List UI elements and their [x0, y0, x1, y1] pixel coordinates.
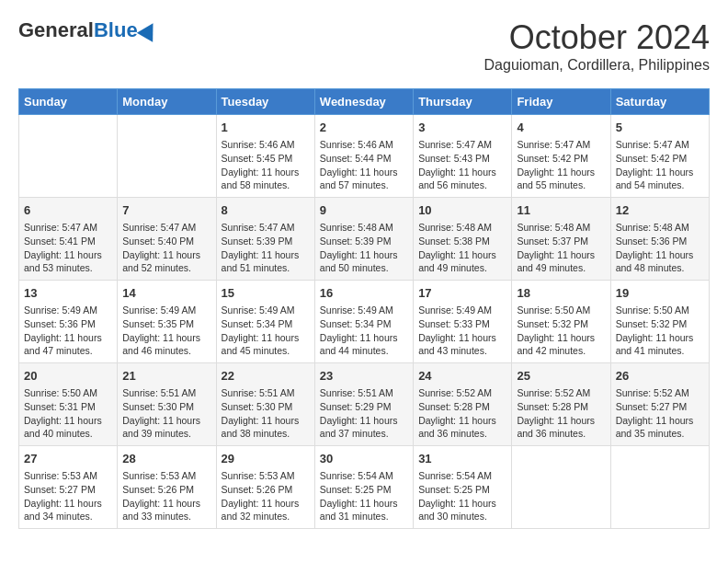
calendar-week-4: 20Sunrise: 5:50 AMSunset: 5:31 PMDayligh… [19, 363, 710, 446]
calendar-cell: 27Sunrise: 5:53 AMSunset: 5:27 PMDayligh… [19, 446, 118, 529]
sunrise-text: Sunrise: 5:51 AM [122, 386, 210, 400]
sunset-text: Sunset: 5:26 PM [122, 483, 210, 497]
sunrise-text: Sunrise: 5:53 AM [222, 469, 310, 483]
weekday-header-saturday: Saturday [610, 89, 709, 115]
sunset-text: Sunset: 5:38 PM [418, 235, 506, 248]
day-number: 15 [222, 285, 310, 302]
sunrise-text: Sunrise: 5:51 AM [320, 386, 408, 400]
calendar-cell: 22Sunrise: 5:51 AMSunset: 5:30 PMDayligh… [216, 363, 314, 446]
sunset-text: Sunset: 5:29 PM [320, 400, 408, 414]
sunset-text: Sunset: 5:44 PM [320, 152, 408, 166]
weekday-header-thursday: Thursday [414, 89, 512, 115]
sunrise-text: Sunrise: 5:54 AM [320, 469, 408, 483]
daylight-text: Daylight: 11 hours and 31 minutes. [320, 497, 408, 523]
sunset-text: Sunset: 5:27 PM [24, 483, 112, 497]
daylight-text: Daylight: 11 hours and 34 minutes. [24, 497, 112, 523]
daylight-text: Daylight: 11 hours and 49 minutes. [517, 248, 605, 275]
sunset-text: Sunset: 5:39 PM [222, 235, 310, 248]
daylight-text: Daylight: 11 hours and 35 minutes. [616, 414, 704, 441]
sunset-text: Sunset: 5:43 PM [418, 152, 506, 166]
day-number: 27 [24, 451, 112, 467]
calendar-cell: 12Sunrise: 5:48 AMSunset: 5:36 PMDayligh… [610, 198, 709, 281]
weekday-header-row: SundayMondayTuesdayWednesdayThursdayFrid… [19, 89, 710, 115]
calendar-cell: 16Sunrise: 5:49 AMSunset: 5:34 PMDayligh… [314, 281, 413, 363]
day-number: 10 [418, 202, 506, 219]
daylight-text: Daylight: 11 hours and 38 minutes. [222, 414, 310, 441]
sunrise-text: Sunrise: 5:48 AM [517, 221, 605, 235]
sunset-text: Sunset: 5:25 PM [320, 483, 408, 497]
day-number: 12 [616, 202, 704, 219]
sunset-text: Sunset: 5:34 PM [222, 317, 310, 331]
sunrise-text: Sunrise: 5:48 AM [418, 221, 506, 235]
day-number: 28 [122, 451, 210, 467]
daylight-text: Daylight: 11 hours and 52 minutes. [122, 248, 210, 275]
calendar-cell: 26Sunrise: 5:52 AMSunset: 5:27 PMDayligh… [610, 363, 709, 446]
sunrise-text: Sunrise: 5:52 AM [616, 386, 704, 400]
location-text: Daguioman, Cordillera, Philippines [484, 57, 710, 74]
weekday-header-friday: Friday [512, 89, 610, 115]
weekday-header-monday: Monday [118, 89, 216, 115]
daylight-text: Daylight: 11 hours and 54 minutes. [616, 166, 704, 192]
calendar-cell: 2Sunrise: 5:46 AMSunset: 5:44 PMDaylight… [314, 115, 413, 198]
sunset-text: Sunset: 5:36 PM [24, 317, 112, 331]
calendar-cell: 11Sunrise: 5:48 AMSunset: 5:37 PMDayligh… [512, 198, 610, 281]
daylight-text: Daylight: 11 hours and 56 minutes. [418, 166, 506, 192]
daylight-text: Daylight: 11 hours and 36 minutes. [517, 414, 605, 441]
weekday-header-tuesday: Tuesday [216, 89, 314, 115]
day-number: 6 [24, 202, 112, 219]
sunset-text: Sunset: 5:32 PM [616, 317, 704, 331]
daylight-text: Daylight: 11 hours and 53 minutes. [24, 248, 112, 275]
sunrise-text: Sunrise: 5:49 AM [222, 304, 310, 317]
calendar-cell [610, 446, 709, 529]
sunrise-text: Sunrise: 5:52 AM [517, 386, 605, 400]
daylight-text: Daylight: 11 hours and 39 minutes. [122, 414, 210, 441]
calendar-cell: 5Sunrise: 5:47 AMSunset: 5:42 PMDaylight… [610, 115, 709, 198]
calendar-cell: 30Sunrise: 5:54 AMSunset: 5:25 PMDayligh… [314, 446, 413, 529]
sunrise-text: Sunrise: 5:49 AM [320, 304, 408, 317]
daylight-text: Daylight: 11 hours and 49 minutes. [418, 248, 506, 275]
calendar-cell: 4Sunrise: 5:47 AMSunset: 5:42 PMDaylight… [512, 115, 610, 198]
daylight-text: Daylight: 11 hours and 48 minutes. [616, 248, 704, 275]
day-number: 13 [24, 285, 112, 302]
day-number: 16 [320, 285, 408, 302]
calendar-cell: 14Sunrise: 5:49 AMSunset: 5:35 PMDayligh… [118, 281, 216, 363]
title-area: October 2024 Daguioman, Cordillera, Phil… [484, 18, 710, 74]
daylight-text: Daylight: 11 hours and 44 minutes. [320, 331, 408, 358]
daylight-text: Daylight: 11 hours and 32 minutes. [222, 497, 310, 523]
calendar-cell: 19Sunrise: 5:50 AMSunset: 5:32 PMDayligh… [610, 281, 709, 363]
calendar-week-1: 1Sunrise: 5:46 AMSunset: 5:45 PMDaylight… [19, 115, 710, 198]
daylight-text: Daylight: 11 hours and 37 minutes. [320, 414, 408, 441]
calendar-cell: 13Sunrise: 5:49 AMSunset: 5:36 PMDayligh… [19, 281, 118, 363]
day-number: 7 [122, 202, 210, 219]
day-number: 21 [122, 368, 210, 385]
daylight-text: Daylight: 11 hours and 33 minutes. [122, 497, 210, 523]
sunset-text: Sunset: 5:30 PM [122, 400, 210, 414]
calendar-table: SundayMondayTuesdayWednesdayThursdayFrid… [18, 88, 710, 529]
daylight-text: Daylight: 11 hours and 47 minutes. [24, 331, 112, 358]
calendar-cell: 10Sunrise: 5:48 AMSunset: 5:38 PMDayligh… [414, 198, 512, 281]
sunrise-text: Sunrise: 5:49 AM [122, 304, 210, 317]
calendar-cell [512, 446, 610, 529]
daylight-text: Daylight: 11 hours and 58 minutes. [222, 166, 310, 192]
calendar-cell: 6Sunrise: 5:47 AMSunset: 5:41 PMDaylight… [19, 198, 118, 281]
sunset-text: Sunset: 5:28 PM [517, 400, 605, 414]
sunset-text: Sunset: 5:28 PM [418, 400, 506, 414]
sunrise-text: Sunrise: 5:50 AM [517, 304, 605, 317]
day-number: 24 [418, 368, 506, 385]
sunset-text: Sunset: 5:34 PM [320, 317, 408, 331]
day-number: 17 [418, 285, 506, 302]
sunset-text: Sunset: 5:32 PM [517, 317, 605, 331]
sunrise-text: Sunrise: 5:49 AM [418, 304, 506, 317]
sunrise-text: Sunrise: 5:46 AM [320, 138, 408, 152]
sunrise-text: Sunrise: 5:47 AM [122, 221, 210, 235]
sunrise-text: Sunrise: 5:47 AM [616, 138, 704, 152]
day-number: 19 [616, 285, 704, 302]
logo-blue-text: Blue [94, 18, 138, 42]
sunrise-text: Sunrise: 5:53 AM [24, 469, 112, 483]
calendar-cell: 8Sunrise: 5:47 AMSunset: 5:39 PMDaylight… [216, 198, 314, 281]
page-header: General Blue October 2024 Daguioman, Cor… [18, 18, 710, 74]
day-number: 20 [24, 368, 112, 385]
sunset-text: Sunset: 5:40 PM [122, 235, 210, 248]
calendar-cell: 17Sunrise: 5:49 AMSunset: 5:33 PMDayligh… [414, 281, 512, 363]
calendar-cell: 28Sunrise: 5:53 AMSunset: 5:26 PMDayligh… [118, 446, 216, 529]
